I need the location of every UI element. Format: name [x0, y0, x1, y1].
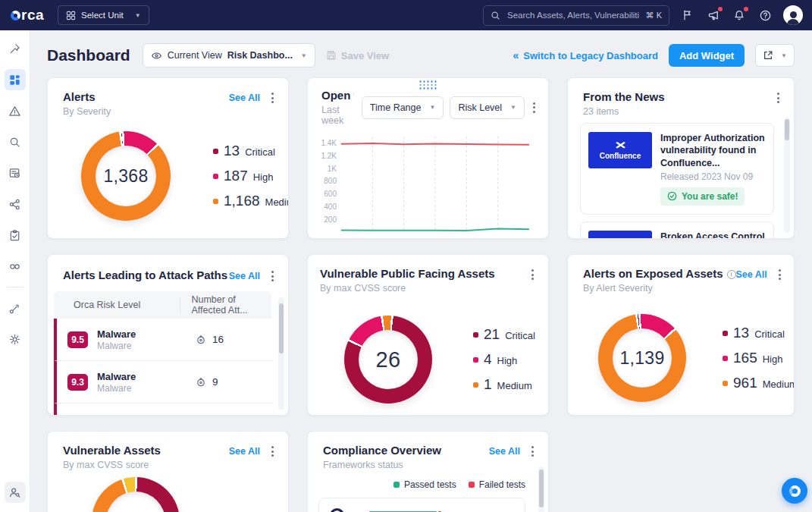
medium-marker — [723, 381, 728, 386]
exposed-assets-donut-chart[interactable]: 1,139 — [598, 314, 686, 402]
legend-item[interactable]: 21Critical — [473, 326, 535, 343]
legend-item[interactable]: 961Medium — [723, 375, 795, 391]
legend-item[interactable]: 13Critical — [213, 143, 289, 159]
news-item[interactable]: ✕ Confluence Broken Access Control vulne… — [580, 221, 774, 239]
kebab-menu-icon[interactable] — [529, 444, 536, 459]
see-all-link[interactable]: See All — [229, 93, 260, 103]
left-sidebar — [0, 30, 30, 512]
see-all-link[interactable]: See All — [229, 271, 260, 281]
add-widget-button[interactable]: Add Widget — [669, 44, 745, 67]
kebab-menu-icon[interactable] — [531, 100, 538, 115]
kebab-menu-icon[interactable] — [776, 267, 783, 282]
help-icon[interactable] — [757, 8, 773, 23]
search-input[interactable] — [506, 10, 641, 20]
alert-name: Malware — [97, 328, 176, 340]
current-view-dropdown[interactable]: Current View Risk Dashbo... ▼ — [143, 43, 315, 68]
chevron-down-icon: ▼ — [301, 52, 307, 59]
scrollbar-thumb[interactable] — [785, 119, 789, 140]
legend-label: Medium — [763, 379, 795, 390]
assistant-button[interactable] — [782, 478, 807, 504]
time-range-filter[interactable]: Time Range ▼ — [362, 96, 444, 119]
open-resolved-line-chart[interactable]: 2004006008001K1.2K1.4KNov 25Nov 26Nov 27… — [315, 130, 544, 239]
exposed-assets-total: 1,139 — [619, 348, 664, 369]
see-all-link[interactable]: See All — [229, 446, 260, 457]
public-assets-donut-chart[interactable]: 26 — [344, 316, 432, 404]
table-row[interactable]: 9.5 MalwareMalware 16 — [54, 319, 271, 361]
news-title: Broken Access Control vulnerability foun… — [660, 231, 766, 239]
sidebar-item-settings[interactable] — [5, 328, 26, 350]
select-unit-dropdown[interactable]: Select Unit ▼ — [58, 5, 149, 25]
legend-label: Critical — [245, 146, 275, 158]
widget-title: Compliance Overview — [323, 444, 441, 457]
orca-logo[interactable]: rca — [11, 7, 44, 24]
export-button[interactable]: ▼ — [755, 44, 795, 67]
widget-subtitle: Last week — [321, 105, 354, 126]
top-navbar: rca Select Unit ▼ ⌘ K — [0, 0, 812, 30]
save-view-label: Save View — [341, 50, 389, 61]
orca-logo-text: rca — [21, 7, 44, 24]
critical-marker — [723, 331, 728, 336]
attack-path-count-icon — [196, 335, 206, 345]
info-icon[interactable]: i — [727, 270, 736, 279]
user-avatar[interactable] — [783, 5, 803, 25]
legend-item[interactable]: 1Medium — [473, 376, 535, 393]
global-search[interactable]: ⌘ K — [483, 5, 669, 26]
svg-text:1.4K: 1.4K — [321, 139, 337, 147]
kebab-menu-icon[interactable] — [775, 90, 782, 105]
page-header: Dashboard Current View Risk Dashbo... ▼ … — [47, 41, 795, 70]
scrollbar-thumb[interactable] — [539, 470, 544, 507]
double-chevron-left-icon: « — [513, 49, 519, 61]
sidebar-item-inventory[interactable] — [5, 162, 26, 184]
sidebar-pin-icon[interactable] — [5, 38, 26, 59]
drag-handle[interactable] — [419, 80, 437, 90]
passed-marker — [393, 482, 400, 488]
risk-level-filter[interactable]: Risk Level ▼ — [450, 96, 525, 119]
bell-icon[interactable] — [732, 8, 747, 23]
sidebar-item-alerts[interactable] — [5, 100, 26, 121]
alerts-legend: 13Critical 187High 1,168Medium — [213, 143, 289, 209]
legend-item[interactable]: 1,168Medium — [213, 193, 289, 209]
sidebar-item-dashboard[interactable] — [5, 69, 26, 90]
see-all-link[interactable]: See All — [736, 269, 767, 280]
sidebar-item-compliance[interactable] — [5, 225, 26, 246]
flag-icon[interactable] — [680, 8, 695, 23]
kebab-menu-icon[interactable] — [529, 267, 536, 282]
kebab-menu-icon[interactable] — [269, 444, 276, 459]
legend-label: Medium — [497, 380, 532, 391]
switch-legacy-link[interactable]: « Switch to Legacy Dashboard — [513, 49, 658, 61]
avatar-silhouette — [790, 11, 797, 18]
vulnerable-assets-donut-chart[interactable] — [92, 477, 180, 512]
sidebar-item-connections[interactable] — [5, 193, 26, 215]
see-all-link[interactable]: See All — [489, 446, 520, 457]
announcements-icon[interactable] — [706, 8, 721, 23]
scrollbar-thumb[interactable] — [279, 303, 284, 353]
legend-item[interactable]: 4High — [473, 351, 535, 368]
alert-category: Malware — [97, 383, 176, 394]
current-view-name: Risk Dashbo... — [227, 50, 293, 61]
sidebar-item-search[interactable] — [5, 131, 26, 152]
column-header-risk[interactable]: Orca Risk Level — [54, 300, 180, 310]
table-row[interactable]: 9.3 Apache Log4j ...Vulnerabilities 9 — [54, 404, 271, 416]
kebab-menu-icon[interactable] — [269, 90, 276, 105]
sidebar-item-identity-access[interactable] — [5, 482, 26, 503]
legend-item[interactable]: 165High — [723, 350, 795, 366]
sidebar-item-shift-left[interactable] — [5, 256, 26, 277]
compliance-row[interactable]: Orca Cost Opti... 91% passed — [318, 498, 525, 512]
table-row[interactable]: 9.3 MalwareMalware 9 — [54, 361, 271, 404]
orca-framework-icon — [330, 508, 344, 512]
alerts-donut-chart[interactable]: 1,368 — [81, 131, 171, 221]
legend-item[interactable]: 13Critical — [723, 325, 795, 341]
scrollbar-track[interactable] — [784, 118, 790, 233]
news-item[interactable]: ✕ Confluence Improper Authorization vuln… — [580, 123, 774, 215]
medium-marker — [213, 199, 218, 204]
legend-item[interactable]: 187High — [213, 168, 289, 184]
save-view-button[interactable]: Save View — [326, 50, 389, 61]
legend-label: Medium — [265, 196, 289, 208]
sidebar-item-attack-path[interactable] — [5, 297, 26, 319]
scrollbar-track[interactable] — [538, 466, 544, 512]
widget-subtitle: 23 items — [583, 106, 665, 117]
column-header-affected[interactable]: Number of Affected Att... — [180, 297, 271, 313]
sidebar-divider — [7, 287, 24, 287]
kebab-menu-icon[interactable] — [269, 269, 276, 284]
scrollbar-track[interactable] — [278, 297, 284, 410]
